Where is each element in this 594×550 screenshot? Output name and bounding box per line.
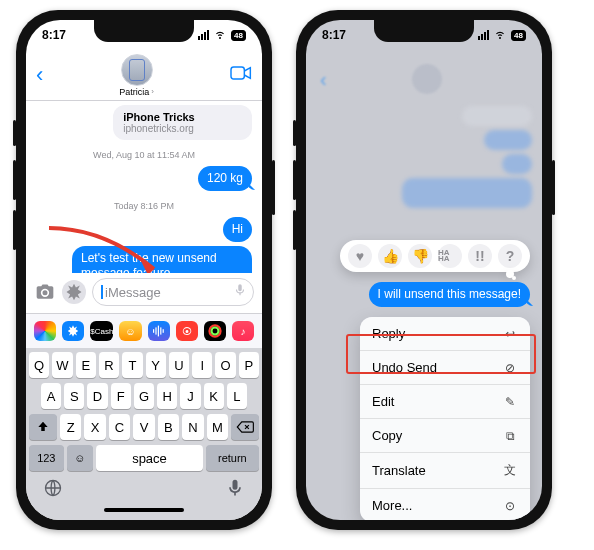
- key-n[interactable]: N: [182, 414, 203, 440]
- camera-button[interactable]: [34, 281, 56, 303]
- message-bubble[interactable]: 120 kg: [198, 166, 252, 191]
- key-z[interactable]: Z: [60, 414, 81, 440]
- key-q[interactable]: Q: [29, 352, 49, 378]
- edit-icon: ✎: [502, 395, 518, 409]
- delete-key[interactable]: [231, 414, 259, 440]
- tapback-emphasize[interactable]: !!: [468, 244, 492, 268]
- app-activity[interactable]: [204, 321, 226, 341]
- blurred-thread: [316, 102, 532, 212]
- key-u[interactable]: U: [169, 352, 189, 378]
- key-e[interactable]: E: [76, 352, 96, 378]
- back-button[interactable]: ‹: [36, 62, 43, 88]
- dictation-icon[interactable]: [233, 282, 247, 302]
- menu-translate[interactable]: Translate ⽂: [360, 452, 530, 488]
- battery-level: 48: [231, 30, 246, 41]
- link-subtitle: iphonetricks.org: [123, 123, 242, 134]
- avatar: [121, 54, 153, 86]
- key-t[interactable]: T: [122, 352, 142, 378]
- wifi-icon: [213, 28, 227, 43]
- message-bubble[interactable]: Let's test the new unsend message featur…: [72, 246, 252, 273]
- key-b[interactable]: B: [158, 414, 179, 440]
- key-p[interactable]: P: [239, 352, 259, 378]
- svg-rect-4: [160, 327, 161, 334]
- key-v[interactable]: V: [133, 414, 154, 440]
- selected-message[interactable]: I will unsend this message!: [369, 282, 530, 307]
- compose-bar: iMessage: [26, 273, 262, 313]
- menu-copy[interactable]: Copy ⧉: [360, 418, 530, 452]
- app-audio[interactable]: [148, 321, 170, 341]
- message-thread[interactable]: iPhone Tricks iphonetricks.org Wed, Aug …: [26, 101, 262, 273]
- blurred-header: ‹: [316, 56, 532, 102]
- reply-icon: ↩: [502, 327, 518, 341]
- link-title: iPhone Tricks: [123, 111, 242, 123]
- svg-rect-0: [231, 67, 244, 79]
- tapback-dislike[interactable]: 👎: [408, 244, 432, 268]
- svg-rect-3: [157, 326, 158, 337]
- timestamp: Wed, Aug 10 at 11:54 AM: [36, 150, 252, 160]
- key-g[interactable]: G: [134, 383, 154, 409]
- facetime-button[interactable]: [230, 65, 252, 85]
- copy-icon: ⧉: [502, 429, 518, 443]
- dictation-key[interactable]: [225, 478, 245, 502]
- key-m[interactable]: M: [207, 414, 228, 440]
- message-input[interactable]: iMessage: [92, 278, 254, 306]
- menu-edit[interactable]: Edit ✎: [360, 384, 530, 418]
- tapback-question[interactable]: ?: [498, 244, 522, 268]
- battery-level: 48: [511, 30, 526, 41]
- context-menu: Reply ↩ Undo Send ⊘ Edit ✎ Copy ⧉: [360, 317, 530, 520]
- app-drawer-button[interactable]: [62, 280, 86, 304]
- key-h[interactable]: H: [157, 383, 177, 409]
- menu-label: Translate: [372, 463, 426, 478]
- tapback-heart[interactable]: ♥: [348, 244, 372, 268]
- return-key[interactable]: return: [206, 445, 259, 471]
- undo-icon: ⊘: [502, 361, 518, 375]
- app-music[interactable]: ♪: [232, 321, 254, 341]
- key-i[interactable]: I: [192, 352, 212, 378]
- contact-button[interactable]: Patricia ›: [119, 54, 154, 97]
- space-key[interactable]: space: [96, 445, 203, 471]
- key-l[interactable]: L: [227, 383, 247, 409]
- app-memoji[interactable]: ☺: [119, 321, 141, 341]
- status-time: 8:17: [42, 28, 66, 42]
- cell-signal-icon: [198, 30, 209, 40]
- link-preview[interactable]: iPhone Tricks iphonetricks.org: [113, 105, 252, 140]
- app-strip[interactable]: $Cash ☺ ⦿ ♪: [26, 313, 262, 348]
- home-indicator[interactable]: [104, 508, 184, 512]
- keyboard[interactable]: QWERTYUIOP ASDFGHJKL ZXCVBNM 123 ☺ space…: [26, 348, 262, 520]
- key-o[interactable]: O: [215, 352, 235, 378]
- menu-more[interactable]: More... ⊙: [360, 488, 530, 520]
- emoji-key[interactable]: ☺: [67, 445, 94, 471]
- app-find[interactable]: ⦿: [176, 321, 198, 341]
- key-r[interactable]: R: [99, 352, 119, 378]
- menu-undo-send[interactable]: Undo Send ⊘: [360, 350, 530, 384]
- key-w[interactable]: W: [52, 352, 72, 378]
- notch: [94, 20, 194, 42]
- shift-key[interactable]: [29, 414, 57, 440]
- menu-reply[interactable]: Reply ↩: [360, 317, 530, 350]
- key-x[interactable]: X: [84, 414, 105, 440]
- globe-key[interactable]: [43, 478, 63, 502]
- key-j[interactable]: J: [180, 383, 200, 409]
- conversation-header: ‹ Patricia ›: [26, 50, 262, 101]
- more-icon: ⊙: [502, 499, 518, 513]
- phone-right: 8:17 48 ‹: [296, 10, 552, 530]
- app-store[interactable]: [62, 321, 84, 341]
- cell-signal-icon: [478, 30, 489, 40]
- key-s[interactable]: S: [64, 383, 84, 409]
- key-d[interactable]: D: [87, 383, 107, 409]
- key-y[interactable]: Y: [146, 352, 166, 378]
- numbers-key[interactable]: 123: [29, 445, 64, 471]
- message-bubble[interactable]: Hi: [223, 217, 252, 242]
- tapback-haha[interactable]: HA HA: [438, 244, 462, 268]
- timestamp: Today 8:16 PM: [36, 201, 252, 211]
- key-a[interactable]: A: [41, 383, 61, 409]
- menu-label: Undo Send: [372, 360, 437, 375]
- menu-label: Edit: [372, 394, 394, 409]
- key-c[interactable]: C: [109, 414, 130, 440]
- app-cash[interactable]: $Cash: [90, 321, 113, 341]
- tapback-like[interactable]: 👍: [378, 244, 402, 268]
- key-f[interactable]: F: [111, 383, 131, 409]
- app-photos[interactable]: [34, 321, 56, 341]
- svg-point-7: [211, 328, 218, 335]
- key-k[interactable]: K: [204, 383, 224, 409]
